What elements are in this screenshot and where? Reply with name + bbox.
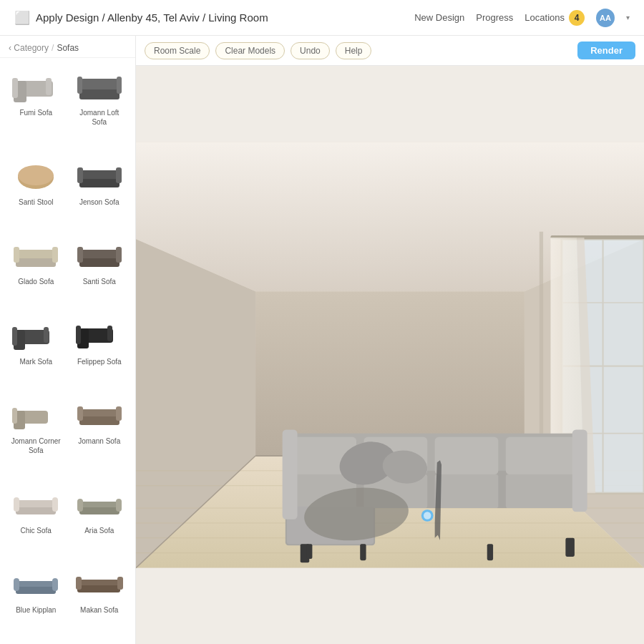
product-thumbnail [74,68,125,105]
header-left: ⬜ Apply Design / Allenby 45, Tel Aviv / … [14,10,268,26]
list-item[interactable]: Makan Sofa [69,561,130,638]
list-item[interactable]: Santi Sofa [69,233,130,310]
svg-rect-88 [506,474,580,508]
svg-rect-24 [12,327,17,346]
breadcrumb-current: Sofas [57,43,79,53]
room-scale-button[interactable]: Room Scale [145,42,210,59]
svg-rect-5 [79,89,119,99]
clear-models-button[interactable]: Clear Models [215,42,285,59]
locations-wrap: Locations 4 [525,10,585,26]
list-item[interactable]: Mark Sofa [6,313,67,390]
product-name: Makan Sofa [80,605,118,615]
svg-rect-42 [79,507,119,514]
product-name: Mark Sofa [19,357,52,366]
breadcrumb-back[interactable]: ‹ Category [9,43,49,53]
progress-button[interactable]: Progress [476,12,513,23]
breadcrumb[interactable]: ‹ Category / Sofas [9,43,127,53]
svg-rect-25 [44,327,49,343]
product-thumbnail [10,157,62,195]
location-count-badge: 4 [569,10,585,26]
page-title: Apply Design / Allenby 45, Tel Aviv / Li… [36,11,268,24]
product-thumbnail [74,396,125,434]
header-right: New Design Progress Locations 4 AA ▾ [414,9,630,27]
svg-rect-87 [435,474,499,508]
svg-rect-96 [306,544,312,559]
product-name: Jomann Loft Sofa [72,108,127,127]
list-item[interactable]: Fumi Sofa [6,64,67,150]
svg-rect-91 [572,429,587,512]
svg-rect-50 [77,585,120,592]
svg-rect-36 [116,406,122,421]
product-name: Jenson Sofa [79,197,119,207]
product-name: Fumi Sofa [19,108,52,117]
product-thumbnail [74,565,125,602]
svg-rect-12 [77,167,83,183]
svg-rect-47 [14,578,19,591]
svg-rect-52 [117,577,123,590]
svg-rect-15 [16,258,56,267]
list-item[interactable]: Glado Sofa [6,233,67,310]
product-name: Jomann Corner Sofa [9,436,64,455]
svg-rect-28 [76,326,81,344]
list-item[interactable]: Felippep Sofa [69,313,130,390]
product-thumbnail [74,317,125,354]
svg-rect-46 [16,587,56,594]
product-name: Felippep Sofa [77,357,122,366]
product-thumbnail [74,157,125,195]
app-container: ⬜ Apply Design / Allenby 45, Tel Aviv / … [0,0,644,644]
list-item[interactable]: Blue Kipplan [6,561,67,638]
svg-rect-2 [12,78,18,98]
room-visualization [136,66,644,644]
svg-rect-11 [79,179,119,187]
svg-rect-20 [77,247,83,263]
design-icon: ⬜ [14,10,30,26]
product-thumbnail [74,486,125,523]
product-name: Santi Sofa [83,277,116,286]
header: ⬜ Apply Design / Allenby 45, Tel Aviv / … [0,0,644,36]
locations-button[interactable]: Locations [525,12,565,23]
svg-rect-32 [12,408,17,424]
list-item[interactable]: Jomann Sofa [69,392,130,479]
new-design-button[interactable]: New Design [414,12,464,23]
product-name: Aria Sofa [84,526,114,535]
svg-rect-51 [76,577,82,590]
svg-rect-16 [14,247,19,263]
svg-rect-13 [116,167,122,183]
svg-rect-39 [14,497,19,512]
list-item[interactable]: Santi Stool [6,153,67,230]
svg-rect-3 [46,78,52,95]
product-thumbnail [10,486,62,523]
sidebar: ‹ Category / Sofas Fumi SofaJomann Loft … [0,36,136,644]
svg-rect-43 [77,499,83,512]
list-item[interactable]: Jomann Corner Sofa [6,392,67,479]
svg-point-9 [18,165,54,185]
product-thumbnail [10,237,62,274]
avatar[interactable]: AA [596,9,615,27]
svg-rect-6 [77,77,82,94]
list-item[interactable]: Aria Sofa [69,482,130,559]
product-name: Blue Kipplan [16,605,56,615]
svg-rect-21 [116,247,122,263]
svg-rect-93 [565,538,575,557]
main-body: ‹ Category / Sofas Fumi SofaJomann Loft … [0,36,644,644]
room-scene[interactable] [136,66,644,644]
product-name: Santi Stool [19,197,53,207]
list-item[interactable]: Jenson Sofa [69,153,130,230]
undo-button[interactable]: Undo [291,42,330,59]
canvas-area: Room Scale Clear Models Undo Help Render [136,36,644,644]
toolbar: Room Scale Clear Models Undo Help Render [136,36,644,66]
help-button[interactable]: Help [336,42,372,59]
svg-rect-48 [52,578,58,591]
svg-rect-94 [360,544,366,560]
list-item[interactable]: Jomann Loft Sofa [69,64,130,150]
sidebar-nav: ‹ Category / Sofas [0,36,135,58]
list-item[interactable]: Chic Sofa [6,482,67,559]
breadcrumb-sep: / [52,43,54,53]
chevron-down-icon[interactable]: ▾ [626,14,630,21]
svg-rect-17 [52,247,58,263]
svg-rect-34 [79,416,119,425]
svg-rect-44 [116,499,122,512]
render-button[interactable]: Render [577,42,635,59]
svg-rect-83 [435,437,499,474]
product-name: Chic Sofa [21,526,52,535]
